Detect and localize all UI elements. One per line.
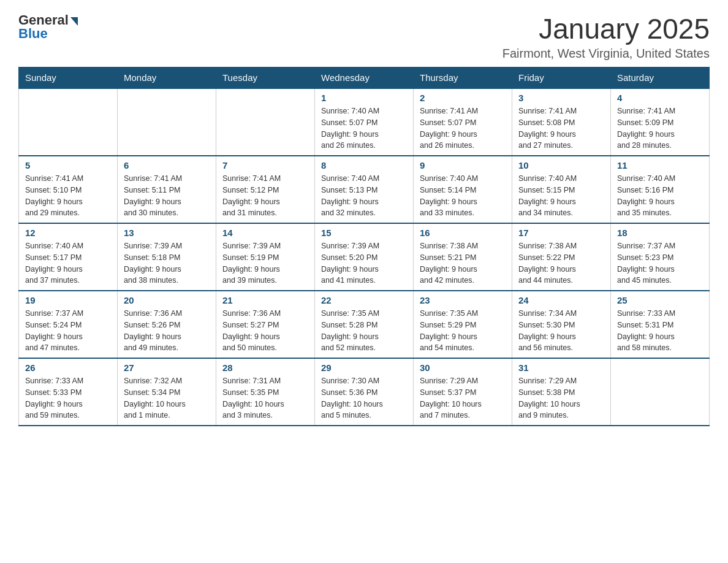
day-info: Sunrise: 7:30 AM Sunset: 5:36 PM Dayligh… (321, 375, 407, 421)
day-number: 17 (518, 228, 604, 238)
day-number: 21 (222, 295, 308, 305)
day-info: Sunrise: 7:29 AM Sunset: 5:37 PM Dayligh… (420, 375, 506, 421)
weekday-header-row: SundayMondayTuesdayWednesdayThursdayFrid… (19, 67, 710, 89)
day-info: Sunrise: 7:29 AM Sunset: 5:38 PM Dayligh… (518, 375, 604, 421)
calendar-cell: 9Sunrise: 7:40 AM Sunset: 5:14 PM Daylig… (414, 156, 512, 223)
calendar-cell: 26Sunrise: 7:33 AM Sunset: 5:33 PM Dayli… (19, 358, 118, 426)
calendar-cell: 23Sunrise: 7:35 AM Sunset: 5:29 PM Dayli… (414, 291, 512, 358)
calendar-cell: 27Sunrise: 7:32 AM Sunset: 5:34 PM Dayli… (118, 358, 216, 426)
day-number: 27 (124, 362, 210, 373)
day-info: Sunrise: 7:34 AM Sunset: 5:30 PM Dayligh… (518, 308, 604, 354)
calendar-cell: 19Sunrise: 7:37 AM Sunset: 5:24 PM Dayli… (19, 291, 118, 358)
day-number: 25 (617, 295, 703, 305)
calendar-cell: 1Sunrise: 7:40 AM Sunset: 5:07 PM Daylig… (315, 88, 414, 156)
day-info: Sunrise: 7:38 AM Sunset: 5:22 PM Dayligh… (518, 240, 604, 286)
day-info: Sunrise: 7:41 AM Sunset: 5:10 PM Dayligh… (25, 173, 111, 219)
page-header: General Blue January 2025 Fairmont, West… (18, 12, 710, 61)
calendar-cell: 5Sunrise: 7:41 AM Sunset: 5:10 PM Daylig… (19, 156, 118, 223)
week-row-1: 1Sunrise: 7:40 AM Sunset: 5:07 PM Daylig… (19, 88, 710, 156)
week-row-3: 12Sunrise: 7:40 AM Sunset: 5:17 PM Dayli… (19, 223, 710, 291)
calendar-cell: 11Sunrise: 7:40 AM Sunset: 5:16 PM Dayli… (611, 156, 710, 223)
day-info: Sunrise: 7:38 AM Sunset: 5:21 PM Dayligh… (420, 240, 506, 286)
weekday-header-monday: Monday (118, 67, 216, 89)
day-number: 23 (420, 295, 506, 305)
calendar-cell: 4Sunrise: 7:41 AM Sunset: 5:09 PM Daylig… (611, 88, 710, 156)
calendar-cell: 28Sunrise: 7:31 AM Sunset: 5:35 PM Dayli… (216, 358, 315, 426)
calendar-cell: 21Sunrise: 7:36 AM Sunset: 5:27 PM Dayli… (216, 291, 315, 358)
day-info: Sunrise: 7:39 AM Sunset: 5:20 PM Dayligh… (321, 240, 407, 286)
calendar-cell: 25Sunrise: 7:33 AM Sunset: 5:31 PM Dayli… (611, 291, 710, 358)
day-number: 31 (518, 362, 604, 373)
day-info: Sunrise: 7:33 AM Sunset: 5:31 PM Dayligh… (617, 308, 703, 354)
day-info: Sunrise: 7:41 AM Sunset: 5:07 PM Dayligh… (420, 105, 506, 151)
weekday-header-saturday: Saturday (611, 67, 710, 89)
day-info: Sunrise: 7:41 AM Sunset: 5:09 PM Dayligh… (617, 105, 703, 151)
day-info: Sunrise: 7:41 AM Sunset: 5:12 PM Dayligh… (222, 173, 308, 219)
day-number: 18 (617, 228, 703, 238)
calendar-cell: 30Sunrise: 7:29 AM Sunset: 5:37 PM Dayli… (414, 358, 512, 426)
calendar-table: SundayMondayTuesdayWednesdayThursdayFrid… (18, 67, 710, 426)
weekday-header-tuesday: Tuesday (216, 67, 315, 89)
calendar-cell (216, 88, 315, 156)
weekday-header-sunday: Sunday (19, 67, 118, 89)
day-info: Sunrise: 7:40 AM Sunset: 5:13 PM Dayligh… (321, 173, 407, 219)
day-number: 2 (420, 93, 506, 103)
day-info: Sunrise: 7:35 AM Sunset: 5:29 PM Dayligh… (420, 308, 506, 354)
day-info: Sunrise: 7:40 AM Sunset: 5:14 PM Dayligh… (420, 173, 506, 219)
calendar-cell: 17Sunrise: 7:38 AM Sunset: 5:22 PM Dayli… (512, 223, 611, 291)
day-number: 5 (25, 160, 111, 170)
logo-arrow-icon (70, 17, 78, 26)
calendar-cell: 16Sunrise: 7:38 AM Sunset: 5:21 PM Dayli… (414, 223, 512, 291)
day-number: 26 (25, 362, 111, 373)
day-number: 13 (124, 228, 210, 238)
day-info: Sunrise: 7:37 AM Sunset: 5:23 PM Dayligh… (617, 240, 703, 286)
day-number: 14 (222, 228, 308, 238)
calendar-subtitle: Fairmont, West Virginia, United States (502, 47, 710, 61)
day-number: 15 (321, 228, 407, 238)
day-info: Sunrise: 7:37 AM Sunset: 5:24 PM Dayligh… (25, 308, 111, 354)
calendar-cell (118, 88, 216, 156)
calendar-title: January 2025 (502, 12, 710, 45)
weekday-header-thursday: Thursday (414, 67, 512, 89)
calendar-cell: 2Sunrise: 7:41 AM Sunset: 5:07 PM Daylig… (414, 88, 512, 156)
calendar-cell: 8Sunrise: 7:40 AM Sunset: 5:13 PM Daylig… (315, 156, 414, 223)
calendar-cell: 29Sunrise: 7:30 AM Sunset: 5:36 PM Dayli… (315, 358, 414, 426)
day-info: Sunrise: 7:39 AM Sunset: 5:18 PM Dayligh… (124, 240, 210, 286)
day-number: 22 (321, 295, 407, 305)
day-info: Sunrise: 7:33 AM Sunset: 5:33 PM Dayligh… (25, 375, 111, 421)
logo-blue-text: Blue (18, 26, 48, 42)
day-info: Sunrise: 7:36 AM Sunset: 5:27 PM Dayligh… (222, 308, 308, 354)
calendar-cell: 20Sunrise: 7:36 AM Sunset: 5:26 PM Dayli… (118, 291, 216, 358)
day-number: 8 (321, 160, 407, 170)
day-info: Sunrise: 7:32 AM Sunset: 5:34 PM Dayligh… (124, 375, 210, 421)
day-number: 10 (518, 160, 604, 170)
calendar-cell: 22Sunrise: 7:35 AM Sunset: 5:28 PM Dayli… (315, 291, 414, 358)
week-row-5: 26Sunrise: 7:33 AM Sunset: 5:33 PM Dayli… (19, 358, 710, 426)
calendar-cell: 6Sunrise: 7:41 AM Sunset: 5:11 PM Daylig… (118, 156, 216, 223)
day-info: Sunrise: 7:40 AM Sunset: 5:16 PM Dayligh… (617, 173, 703, 219)
day-number: 7 (222, 160, 308, 170)
calendar-cell (611, 358, 710, 426)
day-number: 6 (124, 160, 210, 170)
day-number: 29 (321, 362, 407, 373)
day-number: 9 (420, 160, 506, 170)
day-number: 16 (420, 228, 506, 238)
day-info: Sunrise: 7:39 AM Sunset: 5:19 PM Dayligh… (222, 240, 308, 286)
week-row-2: 5Sunrise: 7:41 AM Sunset: 5:10 PM Daylig… (19, 156, 710, 223)
calendar-cell (19, 88, 118, 156)
weekday-header-friday: Friday (512, 67, 611, 89)
day-number: 19 (25, 295, 111, 305)
day-number: 28 (222, 362, 308, 373)
logo: General Blue (18, 12, 78, 42)
day-number: 1 (321, 93, 407, 103)
calendar-cell: 31Sunrise: 7:29 AM Sunset: 5:38 PM Dayli… (512, 358, 611, 426)
day-number: 11 (617, 160, 703, 170)
day-info: Sunrise: 7:36 AM Sunset: 5:26 PM Dayligh… (124, 308, 210, 354)
calendar-cell: 12Sunrise: 7:40 AM Sunset: 5:17 PM Dayli… (19, 223, 118, 291)
day-number: 4 (617, 93, 703, 103)
day-info: Sunrise: 7:40 AM Sunset: 5:17 PM Dayligh… (25, 240, 111, 286)
day-number: 12 (25, 228, 111, 238)
calendar-cell: 14Sunrise: 7:39 AM Sunset: 5:19 PM Dayli… (216, 223, 315, 291)
day-number: 20 (124, 295, 210, 305)
day-info: Sunrise: 7:40 AM Sunset: 5:07 PM Dayligh… (321, 105, 407, 151)
